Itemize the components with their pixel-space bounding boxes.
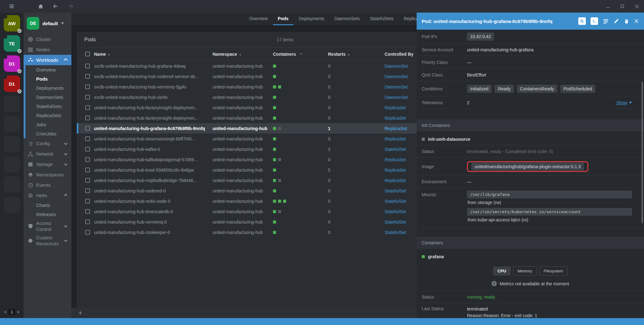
tab-replicasets[interactable]: ReplicaSets [399, 13, 417, 25]
table-row[interactable]: svclb-united-manufacturing-hub-vernemq-5… [77, 82, 417, 92]
sidebar-subitem-deployments[interactable]: Deployments [25, 83, 71, 93]
sidebar-item-config[interactable]: Config [24, 138, 71, 149]
sidebar-subitem-releases[interactable]: Releases [25, 210, 71, 219]
sidebar-item-network[interactable]: Network [24, 149, 71, 159]
select-all-checkbox[interactable] [85, 52, 90, 56]
row-checkbox[interactable] [85, 220, 90, 224]
cluster-avatar[interactable]: D1 [4, 55, 20, 72]
pod-logs-button[interactable] [603, 18, 609, 24]
metric-tab-cpu[interactable]: CPU [493, 266, 510, 276]
table-row[interactable]: united-manufacturing-hub-kafka-0 united-… [77, 144, 417, 154]
forward-arrow-icon[interactable] [63, 3, 78, 9]
tab-deployments[interactable]: Deployments [294, 13, 329, 25]
sidebar-item-access-control[interactable]: Access Control [24, 219, 71, 233]
controlled-by-link[interactable]: DaemonSet [385, 64, 408, 69]
row-checkbox[interactable] [85, 64, 90, 68]
row-checkbox[interactable] [85, 105, 90, 110]
metric-tab-memory[interactable]: Memory [513, 266, 537, 276]
column-header-namespace[interactable]: Namespace [213, 52, 273, 57]
pod-shell-button[interactable] [591, 17, 598, 25]
sidebar-subitem-daemonsets[interactable]: DaemonSets [25, 93, 71, 102]
metric-tab-filesystem[interactable]: Filesystem [539, 266, 568, 276]
window-close-button[interactable] [630, 0, 644, 13]
table-row[interactable]: united-manufacturing-hub-grafana-6c679b9… [77, 123, 417, 134]
new-terminal-tab-button[interactable]: + [78, 310, 82, 316]
row-checkbox[interactable] [85, 178, 90, 183]
back-arrow-icon[interactable] [48, 3, 63, 9]
row-checkbox[interactable] [85, 116, 90, 120]
table-row[interactable]: united-manufacturing-hub-timescaledb-0 u… [77, 206, 417, 217]
controlled-by-link[interactable]: DaemonSet [385, 74, 408, 79]
sidebar-subitem-charts[interactable]: Charts [25, 201, 71, 210]
controlled-by-link[interactable]: StatefulSet [385, 230, 406, 235]
tab-pods[interactable]: Pods [273, 13, 293, 25]
table-row[interactable]: united-manufacturing-hub-nodered-0 unite… [77, 185, 417, 196]
table-row[interactable]: united-manufacturing-hub-iotsensorsmqtt-… [77, 134, 417, 144]
row-checkbox[interactable] [85, 126, 90, 131]
table-row[interactable]: united-manufacturing-hub-kowl-594659cc8c… [77, 165, 417, 175]
pager-next-icon[interactable] [18, 311, 19, 314]
column-header-controlled-by[interactable]: Controlled By [385, 52, 417, 57]
row-checkbox[interactable] [85, 136, 90, 141]
row-checkbox[interactable] [85, 157, 90, 162]
tolerations-show-link[interactable]: Show [616, 100, 632, 105]
close-drawer-icon[interactable] [634, 19, 639, 24]
sidebar-item-custom-resources[interactable]: Custom Resources [24, 233, 71, 248]
controlled-by-link[interactable]: ReplicaSet [385, 168, 406, 173]
controlled-by-link[interactable]: ReplicaSet [385, 157, 406, 162]
table-row[interactable]: united-manufacturing-hub-vernemq-0 unite… [77, 217, 417, 227]
evict-pod-button[interactable] [578, 17, 586, 25]
sidebar-item-storage[interactable]: Storage [24, 159, 71, 169]
controlled-by-link[interactable]: StatefulSet [385, 209, 406, 214]
controlled-by-link[interactable]: ReplicaSet [385, 178, 406, 183]
row-checkbox[interactable] [85, 230, 90, 235]
table-row[interactable]: united-manufacturing-hub-mqttkafkabridge… [77, 175, 417, 185]
cluster-context-selector[interactable]: DE default [24, 15, 71, 34]
sidebar-subitem-pods[interactable]: Pods [25, 74, 71, 83]
cluster-avatar[interactable]: AW [4, 15, 20, 31]
column-header-name[interactable]: Name [90, 52, 213, 57]
column-header-restarts[interactable]: Restarts [328, 52, 385, 57]
table-row[interactable]: united-manufacturing-hub-zookeeper-0 uni… [77, 227, 417, 237]
window-minimize-button[interactable] [601, 0, 615, 13]
controlled-by-link[interactable]: StatefulSet [385, 188, 406, 193]
sidebar-subitem-replicasets[interactable]: ReplicaSets [25, 111, 71, 120]
sidebar-subitem-overview[interactable]: Overview [25, 65, 71, 74]
window-maximize-button[interactable] [615, 0, 630, 13]
sidebar-subitem-statefulsets[interactable]: StatefulSets [25, 102, 71, 111]
controlled-by-link[interactable]: DaemonSet [385, 95, 408, 100]
controlled-by-link[interactable]: ReplicaSet [385, 116, 406, 121]
drawer-scrollbar-thumb[interactable] [641, 82, 643, 223]
table-row[interactable]: united-manufacturing-hub-factoryinsight-… [77, 113, 417, 123]
home-icon[interactable] [33, 3, 48, 9]
table-row[interactable]: svclb-united-manufacturing-hub-nodered-s… [77, 71, 417, 82]
menu-hamburger-icon[interactable] [4, 3, 19, 9]
delete-pod-button[interactable] [624, 19, 629, 24]
sidebar-item-helm[interactable]: Helm [24, 190, 71, 201]
cluster-avatar[interactable]: TE [4, 35, 20, 52]
controlled-by-link[interactable]: StatefulSet [385, 199, 406, 204]
controlled-by-link[interactable]: StatefulSet [385, 220, 406, 225]
row-checkbox[interactable] [85, 168, 90, 172]
controlled-by-link[interactable]: ReplicaSet [385, 126, 407, 131]
controlled-by-link[interactable]: ReplicaSet [385, 136, 406, 141]
sidebar-item-cluster[interactable]: Cluster [24, 34, 71, 44]
sidebar-item-namespaces[interactable]: Namespaces [24, 169, 71, 180]
row-checkbox[interactable] [85, 147, 90, 151]
row-checkbox[interactable] [85, 95, 90, 100]
row-checkbox[interactable] [85, 199, 90, 203]
table-row[interactable]: svclb-united-manufacturing-hub-xkr9v uni… [77, 92, 417, 102]
pager-prev-icon[interactable] [4, 311, 6, 314]
sidebar-item-nodes[interactable]: Nodes [24, 44, 71, 55]
table-row[interactable]: united-manufacturing-hub-factoryinsight-… [77, 102, 417, 113]
controlled-by-link[interactable]: ReplicaSet [385, 105, 406, 110]
column-header-containers[interactable]: Containers [273, 52, 328, 57]
table-row[interactable]: united-manufacturing-hub-redis-node-0 un… [77, 196, 417, 206]
controlled-by-link[interactable]: DaemonSet [385, 84, 408, 89]
row-checkbox[interactable] [85, 84, 90, 89]
sidebar-item-events[interactable]: Events [24, 180, 71, 190]
tab-overview[interactable]: Overview [245, 13, 272, 25]
edit-pod-button[interactable] [613, 18, 619, 24]
row-checkbox[interactable] [85, 209, 90, 214]
sidebar-item-workloads[interactable]: Workloads [24, 55, 71, 65]
